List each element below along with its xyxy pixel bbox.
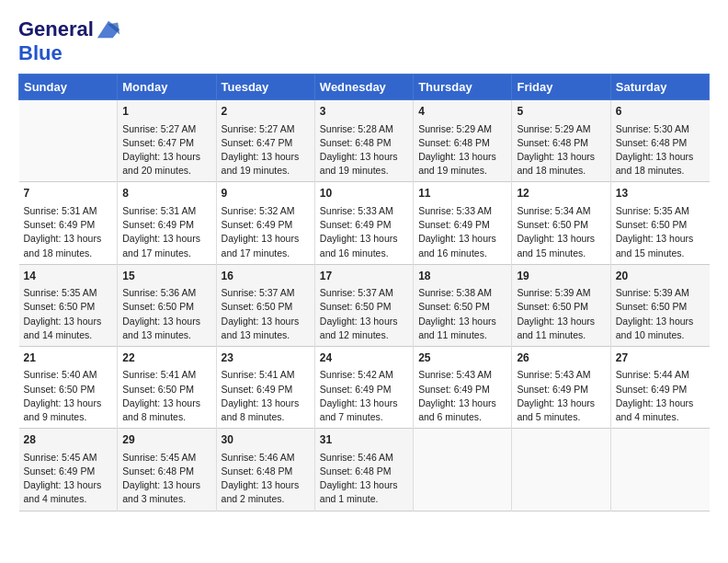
sunrise-text: Sunrise: 5:30 AM: [616, 123, 689, 134]
sunrise-text: Sunrise: 5:31 AM: [24, 205, 97, 216]
day-number: 24: [320, 350, 408, 366]
sunrise-text: Sunrise: 5:33 AM: [320, 205, 393, 216]
day-number: 6: [616, 104, 705, 120]
day-cell: 8Sunrise: 5:31 AMSunset: 6:49 PMDaylight…: [118, 182, 216, 264]
sunrise-text: Sunrise: 5:41 AM: [122, 369, 196, 380]
day-number: 26: [517, 350, 605, 366]
day-cell: 2Sunrise: 5:27 AMSunset: 6:47 PMDaylight…: [216, 100, 314, 182]
daylight-text: Daylight: 13 hours and 19 minutes.: [320, 151, 398, 176]
header-row: SundayMondayTuesdayWednesdayThursdayFrid…: [19, 75, 710, 100]
sunset-text: Sunset: 6:49 PM: [222, 384, 293, 395]
day-cell: 14Sunrise: 5:35 AMSunset: 6:50 PMDayligh…: [19, 264, 118, 346]
day-number: 8: [122, 186, 210, 201]
header: General Blue: [18, 17, 710, 64]
sunrise-text: Sunrise: 5:37 AM: [320, 287, 393, 298]
sunset-text: Sunset: 6:49 PM: [320, 384, 392, 395]
day-number: 19: [517, 269, 605, 284]
daylight-text: Daylight: 13 hours and 2 minutes.: [222, 479, 300, 504]
sunrise-text: Sunrise: 5:27 AM: [122, 123, 196, 134]
week-row-3: 14Sunrise: 5:35 AMSunset: 6:50 PMDayligh…: [19, 264, 710, 346]
day-number: 30: [222, 432, 310, 448]
day-cell: 21Sunrise: 5:40 AMSunset: 6:50 PMDayligh…: [19, 346, 118, 428]
day-number: 16: [222, 269, 310, 284]
sunset-text: Sunset: 6:49 PM: [122, 219, 194, 230]
daylight-text: Daylight: 13 hours and 3 minutes.: [122, 479, 200, 504]
day-number: 10: [320, 186, 408, 201]
day-number: 29: [122, 432, 210, 448]
sunrise-text: Sunrise: 5:46 AM: [320, 452, 393, 463]
day-number: 9: [222, 186, 310, 201]
sunset-text: Sunset: 6:50 PM: [24, 384, 96, 395]
daylight-text: Daylight: 13 hours and 19 minutes.: [222, 151, 300, 176]
daylight-text: Daylight: 13 hours and 18 minutes.: [616, 151, 694, 176]
sunset-text: Sunset: 6:49 PM: [418, 219, 490, 230]
day-cell: 12Sunrise: 5:34 AMSunset: 6:50 PMDayligh…: [512, 182, 610, 264]
day-cell: 10Sunrise: 5:33 AMSunset: 6:49 PMDayligh…: [314, 182, 413, 264]
day-cell: 31Sunrise: 5:46 AMSunset: 6:48 PMDayligh…: [314, 429, 413, 511]
daylight-text: Daylight: 13 hours and 10 minutes.: [616, 316, 694, 340]
sunrise-text: Sunrise: 5:34 AM: [517, 205, 590, 216]
sunset-text: Sunset: 6:48 PM: [320, 465, 392, 477]
day-number: 20: [616, 269, 705, 284]
logo-icon: [96, 17, 121, 42]
day-number: 17: [320, 269, 408, 284]
sunrise-text: Sunrise: 5:43 AM: [517, 369, 590, 380]
logo: General Blue: [18, 17, 121, 64]
sunset-text: Sunset: 6:48 PM: [418, 137, 490, 148]
calendar-table: SundayMondayTuesdayWednesdayThursdayFrid…: [18, 74, 710, 511]
day-cell: 16Sunrise: 5:37 AMSunset: 6:50 PMDayligh…: [216, 264, 314, 346]
col-header-thursday: Thursday: [414, 75, 512, 100]
daylight-text: Daylight: 13 hours and 15 minutes.: [616, 233, 694, 258]
day-cell: 7Sunrise: 5:31 AMSunset: 6:49 PMDaylight…: [19, 182, 118, 264]
daylight-text: Daylight: 13 hours and 9 minutes.: [24, 397, 102, 422]
day-number: 25: [418, 350, 506, 366]
page: General Blue SundayMondayTuesdayWednesda…: [0, 0, 728, 521]
sunrise-text: Sunrise: 5:39 AM: [616, 287, 689, 298]
sunrise-text: Sunrise: 5:38 AM: [418, 287, 492, 298]
day-cell: 23Sunrise: 5:41 AMSunset: 6:49 PMDayligh…: [216, 346, 314, 428]
col-header-tuesday: Tuesday: [216, 75, 314, 100]
day-number: 3: [320, 104, 408, 120]
day-cell: 25Sunrise: 5:43 AMSunset: 6:49 PMDayligh…: [414, 346, 512, 428]
day-cell: [512, 429, 610, 511]
sunrise-text: Sunrise: 5:35 AM: [616, 205, 689, 216]
day-cell: 26Sunrise: 5:43 AMSunset: 6:49 PMDayligh…: [512, 346, 610, 428]
sunrise-text: Sunrise: 5:40 AM: [24, 369, 97, 380]
sunset-text: Sunset: 6:50 PM: [517, 301, 588, 312]
sunset-text: Sunset: 6:50 PM: [616, 301, 688, 312]
sunrise-text: Sunrise: 5:43 AM: [418, 369, 492, 380]
day-number: 13: [616, 186, 705, 201]
daylight-text: Daylight: 13 hours and 5 minutes.: [517, 397, 595, 422]
sunset-text: Sunset: 6:49 PM: [24, 219, 96, 230]
sunset-text: Sunset: 6:50 PM: [122, 301, 194, 312]
daylight-text: Daylight: 13 hours and 17 minutes.: [222, 233, 300, 258]
day-number: 14: [24, 269, 113, 284]
sunrise-text: Sunrise: 5:45 AM: [24, 452, 97, 463]
daylight-text: Daylight: 13 hours and 8 minutes.: [122, 397, 200, 422]
day-cell: 19Sunrise: 5:39 AMSunset: 6:50 PMDayligh…: [512, 264, 610, 346]
daylight-text: Daylight: 13 hours and 12 minutes.: [320, 316, 398, 340]
week-row-4: 21Sunrise: 5:40 AMSunset: 6:50 PMDayligh…: [19, 346, 710, 428]
week-row-1: 1Sunrise: 5:27 AMSunset: 6:47 PMDaylight…: [19, 100, 710, 182]
sunrise-text: Sunrise: 5:37 AM: [222, 287, 295, 298]
sunset-text: Sunset: 6:50 PM: [222, 301, 293, 312]
week-row-2: 7Sunrise: 5:31 AMSunset: 6:49 PMDaylight…: [19, 182, 710, 264]
day-cell: 15Sunrise: 5:36 AMSunset: 6:50 PMDayligh…: [118, 264, 216, 346]
day-cell: 29Sunrise: 5:45 AMSunset: 6:48 PMDayligh…: [118, 429, 216, 511]
sunset-text: Sunset: 6:47 PM: [222, 137, 293, 148]
day-number: 2: [222, 104, 310, 120]
sunset-text: Sunset: 6:50 PM: [517, 219, 588, 230]
day-cell: 20Sunrise: 5:39 AMSunset: 6:50 PMDayligh…: [610, 264, 709, 346]
day-cell: 6Sunrise: 5:30 AMSunset: 6:48 PMDaylight…: [610, 100, 709, 182]
daylight-text: Daylight: 13 hours and 17 minutes.: [122, 233, 200, 258]
sunset-text: Sunset: 6:49 PM: [24, 465, 96, 477]
daylight-text: Daylight: 13 hours and 16 minutes.: [320, 233, 398, 258]
sunrise-text: Sunrise: 5:29 AM: [517, 123, 590, 134]
day-cell: [19, 100, 118, 182]
col-header-saturday: Saturday: [610, 75, 709, 100]
day-cell: 3Sunrise: 5:28 AMSunset: 6:48 PMDaylight…: [314, 100, 413, 182]
sunset-text: Sunset: 6:49 PM: [418, 384, 490, 395]
week-row-5: 28Sunrise: 5:45 AMSunset: 6:49 PMDayligh…: [19, 429, 710, 511]
sunrise-text: Sunrise: 5:27 AM: [222, 123, 295, 134]
day-number: 27: [616, 350, 705, 366]
